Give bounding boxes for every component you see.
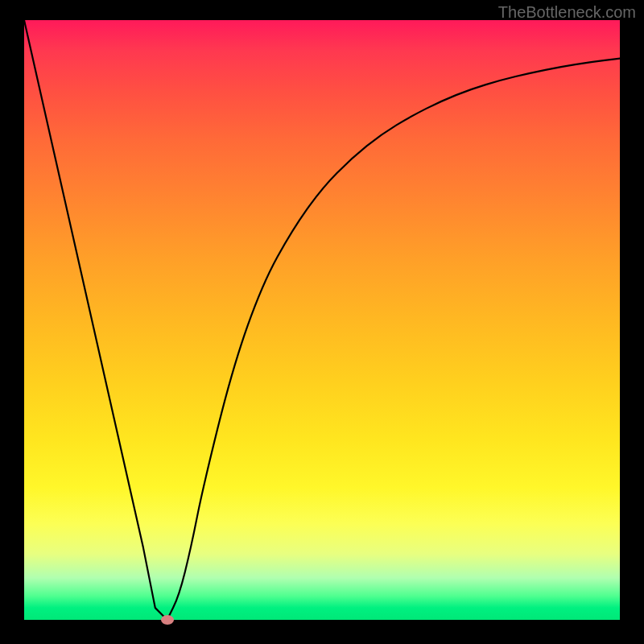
- bottleneck-curve-line: [24, 20, 620, 620]
- optimal-point-marker: [161, 615, 174, 625]
- watermark-text: TheBottleneck.com: [498, 3, 636, 22]
- chart-plot-area: [24, 20, 620, 620]
- curve-svg: [24, 20, 620, 620]
